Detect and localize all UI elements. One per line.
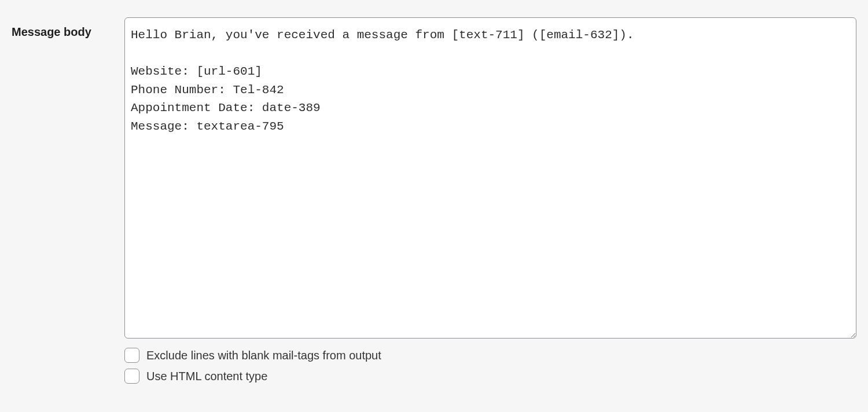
use-html-checkbox[interactable] xyxy=(124,369,139,384)
message-body-textarea[interactable] xyxy=(124,17,856,339)
label-column: Message body xyxy=(12,17,124,39)
exclude-blank-checkbox[interactable] xyxy=(124,348,139,363)
message-body-label: Message body xyxy=(12,25,91,38)
mail-options: Exclude lines with blank mail-tags from … xyxy=(124,348,856,384)
field-column: Exclude lines with blank mail-tags from … xyxy=(124,17,856,389)
use-html-option[interactable]: Use HTML content type xyxy=(124,369,856,384)
exclude-blank-label: Exclude lines with blank mail-tags from … xyxy=(146,349,381,362)
exclude-blank-option[interactable]: Exclude lines with blank mail-tags from … xyxy=(124,348,856,363)
message-body-row: Message body Exclude lines with blank ma… xyxy=(12,17,856,389)
use-html-label: Use HTML content type xyxy=(146,370,267,383)
